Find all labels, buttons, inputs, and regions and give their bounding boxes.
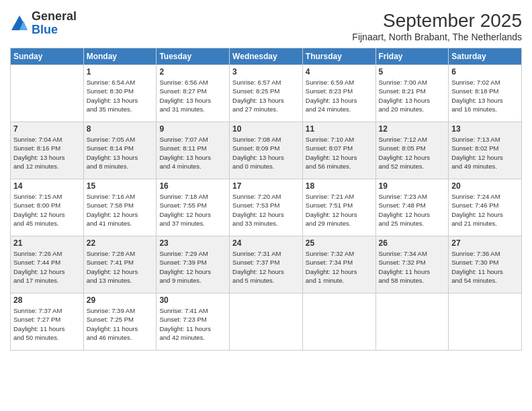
- day-number: 28: [13, 295, 81, 305]
- day-number: 9: [159, 124, 226, 134]
- calendar-cell: 1Sunrise: 6:54 AM Sunset: 8:30 PM Daylig…: [83, 65, 157, 122]
- day-number: 7: [13, 124, 81, 134]
- day-info: Sunrise: 7:07 AM Sunset: 8:11 PM Dayligh…: [159, 135, 226, 171]
- day-number: 20: [451, 181, 519, 191]
- calendar-cell: 6Sunrise: 7:02 AM Sunset: 8:18 PM Daylig…: [449, 65, 522, 122]
- day-info: Sunrise: 7:24 AM Sunset: 7:46 PM Dayligh…: [451, 192, 519, 228]
- calendar-cell: 9Sunrise: 7:07 AM Sunset: 8:11 PM Daylig…: [157, 122, 230, 179]
- calendar-table: SundayMondayTuesdayWednesdayThursdayFrid…: [10, 48, 522, 351]
- day-number: 11: [306, 124, 373, 134]
- calendar-cell: [11, 65, 84, 122]
- day-number: 27: [451, 238, 519, 248]
- calendar-week-row: 1Sunrise: 6:54 AM Sunset: 8:30 PM Daylig…: [11, 65, 522, 122]
- day-info: Sunrise: 7:13 AM Sunset: 8:02 PM Dayligh…: [451, 135, 519, 171]
- day-info: Sunrise: 7:36 AM Sunset: 7:30 PM Dayligh…: [451, 249, 519, 285]
- calendar-cell: 26Sunrise: 7:34 AM Sunset: 7:32 PM Dayli…: [375, 236, 449, 293]
- day-number: 22: [87, 238, 154, 248]
- day-number: 2: [159, 67, 226, 77]
- day-info: Sunrise: 7:05 AM Sunset: 8:14 PM Dayligh…: [87, 135, 154, 171]
- weekday-header-wednesday: Wednesday: [230, 48, 303, 65]
- day-number: 14: [13, 181, 81, 191]
- calendar-week-row: 28Sunrise: 7:37 AM Sunset: 7:27 PM Dayli…: [11, 293, 522, 351]
- day-number: 6: [451, 67, 519, 77]
- weekday-header-thursday: Thursday: [302, 48, 375, 65]
- logo-text: General Blue: [32, 10, 77, 37]
- day-number: 21: [13, 238, 81, 248]
- day-number: 12: [379, 124, 446, 134]
- calendar-week-row: 7Sunrise: 7:04 AM Sunset: 8:16 PM Daylig…: [11, 122, 522, 179]
- day-number: 26: [379, 238, 446, 248]
- calendar-cell: 25Sunrise: 7:32 AM Sunset: 7:34 PM Dayli…: [302, 236, 375, 293]
- day-info: Sunrise: 7:29 AM Sunset: 7:39 PM Dayligh…: [159, 249, 226, 285]
- day-info: Sunrise: 7:02 AM Sunset: 8:18 PM Dayligh…: [451, 78, 519, 113]
- logo-icon: [10, 14, 29, 33]
- logo-blue-text: Blue: [32, 23, 58, 36]
- calendar-cell: 4Sunrise: 6:59 AM Sunset: 8:23 PM Daylig…: [302, 65, 375, 122]
- calendar-cell: 18Sunrise: 7:21 AM Sunset: 7:51 PM Dayli…: [302, 179, 375, 236]
- calendar-cell: 15Sunrise: 7:16 AM Sunset: 7:58 PM Dayli…: [83, 179, 157, 236]
- day-number: 23: [159, 238, 226, 248]
- calendar-cell: 3Sunrise: 6:57 AM Sunset: 8:25 PM Daylig…: [230, 65, 303, 122]
- calendar-cell: 11Sunrise: 7:10 AM Sunset: 8:07 PM Dayli…: [302, 122, 375, 179]
- day-info: Sunrise: 7:04 AM Sunset: 8:16 PM Dayligh…: [13, 135, 81, 171]
- day-number: 3: [232, 67, 300, 77]
- day-number: 4: [306, 67, 373, 77]
- day-info: Sunrise: 7:18 AM Sunset: 7:55 PM Dayligh…: [159, 192, 226, 228]
- logo: General Blue: [10, 10, 77, 37]
- day-number: 19: [379, 181, 446, 191]
- weekday-header-tuesday: Tuesday: [157, 48, 230, 65]
- day-info: Sunrise: 7:08 AM Sunset: 8:09 PM Dayligh…: [232, 135, 300, 171]
- calendar-cell: 16Sunrise: 7:18 AM Sunset: 7:55 PM Dayli…: [157, 179, 230, 236]
- day-info: Sunrise: 6:56 AM Sunset: 8:27 PM Dayligh…: [159, 78, 226, 113]
- day-number: 18: [306, 181, 373, 191]
- weekday-header-row: SundayMondayTuesdayWednesdayThursdayFrid…: [11, 48, 522, 65]
- day-number: 29: [87, 295, 154, 305]
- day-info: Sunrise: 7:16 AM Sunset: 7:58 PM Dayligh…: [87, 192, 154, 228]
- calendar-cell: [375, 293, 449, 351]
- weekday-header-sunday: Sunday: [11, 48, 84, 65]
- day-number: 30: [159, 295, 226, 305]
- calendar-cell: 8Sunrise: 7:05 AM Sunset: 8:14 PM Daylig…: [83, 122, 157, 179]
- weekday-header-friday: Friday: [375, 48, 449, 65]
- day-info: Sunrise: 7:39 AM Sunset: 7:25 PM Dayligh…: [87, 306, 154, 342]
- calendar-cell: 30Sunrise: 7:41 AM Sunset: 7:23 PM Dayli…: [157, 293, 230, 351]
- location-subtitle: Fijnaart, North Brabant, The Netherlands: [352, 32, 522, 42]
- day-number: 13: [451, 124, 519, 134]
- day-number: 1: [87, 67, 154, 77]
- calendar-cell: 24Sunrise: 7:31 AM Sunset: 7:37 PM Dayli…: [230, 236, 303, 293]
- day-info: Sunrise: 7:31 AM Sunset: 7:37 PM Dayligh…: [232, 249, 300, 285]
- calendar-cell: 13Sunrise: 7:13 AM Sunset: 8:02 PM Dayli…: [449, 122, 522, 179]
- day-info: Sunrise: 7:20 AM Sunset: 7:53 PM Dayligh…: [232, 192, 300, 228]
- calendar-cell: 19Sunrise: 7:23 AM Sunset: 7:48 PM Dayli…: [375, 179, 449, 236]
- day-number: 24: [232, 238, 300, 248]
- calendar-cell: 17Sunrise: 7:20 AM Sunset: 7:53 PM Dayli…: [230, 179, 303, 236]
- day-number: 8: [87, 124, 154, 134]
- day-number: 10: [232, 124, 300, 134]
- weekday-header-monday: Monday: [83, 48, 157, 65]
- calendar-cell: 14Sunrise: 7:15 AM Sunset: 8:00 PM Dayli…: [11, 179, 84, 236]
- calendar-cell: [302, 293, 375, 351]
- calendar-cell: 2Sunrise: 6:56 AM Sunset: 8:27 PM Daylig…: [157, 65, 230, 122]
- day-info: Sunrise: 7:32 AM Sunset: 7:34 PM Dayligh…: [306, 249, 373, 285]
- day-info: Sunrise: 7:00 AM Sunset: 8:21 PM Dayligh…: [379, 78, 446, 113]
- calendar-cell: [449, 293, 522, 351]
- calendar-cell: 7Sunrise: 7:04 AM Sunset: 8:16 PM Daylig…: [11, 122, 84, 179]
- day-info: Sunrise: 7:37 AM Sunset: 7:27 PM Dayligh…: [13, 306, 81, 342]
- day-number: 16: [159, 181, 226, 191]
- day-info: Sunrise: 7:23 AM Sunset: 7:48 PM Dayligh…: [379, 192, 446, 228]
- calendar-week-row: 14Sunrise: 7:15 AM Sunset: 8:00 PM Dayli…: [11, 179, 522, 236]
- calendar-cell: 22Sunrise: 7:28 AM Sunset: 7:41 PM Dayli…: [83, 236, 157, 293]
- day-info: Sunrise: 7:15 AM Sunset: 8:00 PM Dayligh…: [13, 192, 81, 228]
- page-header: General Blue September 2025 Fijnaart, No…: [10, 10, 522, 42]
- calendar-cell: 28Sunrise: 7:37 AM Sunset: 7:27 PM Dayli…: [11, 293, 84, 351]
- day-number: 25: [306, 238, 373, 248]
- calendar-cell: 21Sunrise: 7:26 AM Sunset: 7:44 PM Dayli…: [11, 236, 84, 293]
- day-number: 17: [232, 181, 300, 191]
- calendar-cell: 23Sunrise: 7:29 AM Sunset: 7:39 PM Dayli…: [157, 236, 230, 293]
- logo-general-text: General: [32, 9, 77, 23]
- day-number: 15: [87, 181, 154, 191]
- day-info: Sunrise: 6:54 AM Sunset: 8:30 PM Dayligh…: [87, 78, 154, 113]
- weekday-header-saturday: Saturday: [449, 48, 522, 65]
- calendar-cell: 27Sunrise: 7:36 AM Sunset: 7:30 PM Dayli…: [449, 236, 522, 293]
- day-info: Sunrise: 7:28 AM Sunset: 7:41 PM Dayligh…: [87, 249, 154, 285]
